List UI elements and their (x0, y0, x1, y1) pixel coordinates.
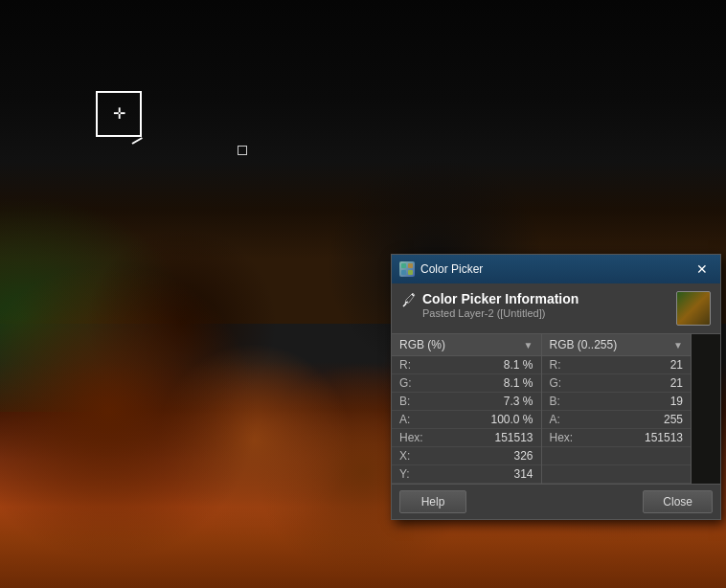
label-x-pct: X: (399, 449, 438, 463)
label-b-255: B: (550, 395, 588, 408)
title-left: Color Picker (399, 261, 483, 277)
crosshair-icon: ✛ (113, 106, 125, 122)
row-empty-2 (542, 465, 692, 484)
row-hex-255: Hex: 151513 (542, 429, 692, 447)
label-empty-1 (550, 449, 588, 463)
row-x-pct: X: 326 (392, 447, 541, 465)
header-subtitle: Pasted Layer-2 ([Untitled]) (422, 307, 579, 319)
header-title: Color Picker Information (422, 291, 579, 306)
dialog-app-icon (399, 261, 415, 277)
label-a-255: A: (550, 413, 588, 426)
crosshair-selection: ✛ (96, 91, 142, 137)
value-empty-1 (588, 449, 684, 463)
header-left: Color Picker Information Pasted Layer-2 … (401, 291, 579, 319)
row-y-pct: Y: 314 (392, 465, 541, 484)
label-a-pct: A: (399, 413, 438, 426)
label-g-255: G: (550, 376, 588, 390)
value-b-255: 19 (588, 395, 684, 408)
row-b-255: B: 19 (542, 393, 692, 411)
row-r-pct: R: 8.1 % (392, 356, 541, 374)
col-rgb-percent: RGB (%) ▼ R: 8.1 % G: 8.1 % B: 7.3 % A: (392, 334, 542, 484)
value-a-pct: 100.0 % (438, 413, 533, 426)
eyedropper-icon (401, 293, 417, 312)
row-a-255: A: 255 (542, 411, 692, 429)
label-hex-pct: Hex: (399, 431, 438, 444)
row-r-255: R: 21 (542, 356, 692, 374)
color-picker-dialog: Color Picker ✕ Color Picker Information … (391, 254, 721, 520)
value-r-pct: 8.1 % (438, 358, 533, 372)
col-rgb-255-dropdown-icon: ▼ (673, 340, 683, 351)
header-text: Color Picker Information Pasted Layer-2 … (422, 291, 579, 319)
row-g-pct: G: 8.1 % (392, 374, 541, 393)
row-g-255: G: 21 (542, 374, 692, 393)
col-rgb-percent-label: RGB (%) (399, 338, 445, 351)
row-hex-pct: Hex: 151513 (392, 429, 541, 447)
svg-rect-0 (401, 263, 406, 268)
dialog-body: RGB (%) ▼ R: 8.1 % G: 8.1 % B: 7.3 % A: (392, 334, 720, 484)
svg-rect-3 (408, 270, 413, 275)
color-thumbnail (676, 291, 711, 326)
dialog-header: Color Picker Information Pasted Layer-2 … (392, 283, 720, 334)
row-b-pct: B: 7.3 % (392, 393, 541, 411)
value-hex-pct: 151513 (438, 431, 533, 444)
label-r-255: R: (550, 358, 588, 372)
label-empty-2 (550, 467, 588, 481)
label-hex-255: Hex: (550, 431, 588, 444)
value-a-255: 255 (588, 413, 684, 426)
dialog-title: Color Picker (420, 262, 483, 276)
label-y-pct: Y: (399, 467, 438, 481)
color-swatch-column (692, 334, 720, 484)
row-a-pct: A: 100.0 % (392, 411, 541, 429)
canvas-cursor (238, 146, 247, 155)
label-r-pct: R: (399, 358, 438, 372)
col-rgb-percent-header[interactable]: RGB (%) ▼ (392, 334, 541, 356)
svg-line-4 (403, 304, 406, 306)
value-b-pct: 7.3 % (438, 395, 533, 408)
col-rgb-255-header[interactable]: RGB (0..255) ▼ (542, 334, 692, 356)
value-g-255: 21 (588, 376, 684, 390)
col-rgb-255-label: RGB (0..255) (550, 338, 618, 351)
col-rgb-255: RGB (0..255) ▼ R: 21 G: 21 B: 19 A: 25 (542, 334, 692, 484)
columns-row: RGB (%) ▼ R: 8.1 % G: 8.1 % B: 7.3 % A: (392, 334, 720, 484)
dialog-close-button[interactable]: ✕ (692, 259, 713, 280)
row-empty-1 (542, 447, 692, 465)
value-g-pct: 8.1 % (438, 376, 533, 390)
value-empty-2 (588, 467, 684, 481)
close-dialog-button[interactable]: Close (643, 490, 713, 513)
svg-rect-1 (408, 263, 413, 268)
dialog-titlebar: Color Picker ✕ (392, 255, 720, 283)
value-y-pct: 314 (438, 467, 533, 481)
col-rgb-percent-dropdown-icon: ▼ (524, 340, 533, 351)
svg-rect-2 (401, 270, 406, 275)
help-button[interactable]: Help (399, 490, 466, 513)
value-x-pct: 326 (438, 449, 533, 463)
dialog-footer: Help Close (392, 484, 720, 519)
label-g-pct: G: (399, 376, 438, 390)
value-hex-255: 151513 (588, 431, 684, 444)
label-b-pct: B: (399, 395, 438, 408)
svg-line-6 (412, 294, 414, 296)
value-r-255: 21 (588, 358, 684, 372)
